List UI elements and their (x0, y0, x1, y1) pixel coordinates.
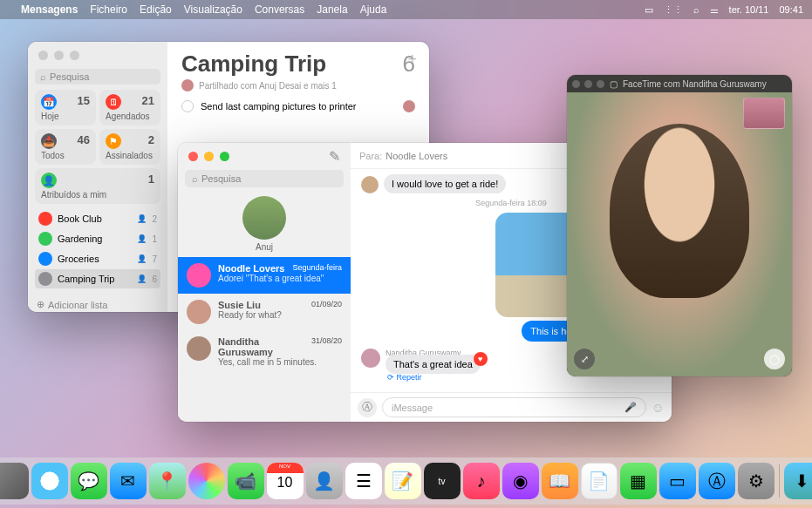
smartlist-flagged[interactable]: ⚑2Assinalados (99, 129, 160, 165)
messages-sidebar: ✎ ⌕Pesquisa Anuj Noodle LoversSegunda-fe… (178, 143, 351, 422)
dock-pages[interactable]: 📄 (581, 463, 618, 499)
list-camping-trip[interactable]: Camping Trip👤6 (35, 269, 160, 288)
conversation-nanditha[interactable]: Nanditha Guruswamy31/08/20Yes, call me i… (178, 330, 351, 373)
dock: 💬 ✉ 📍 📹 NOV10 👤 ☰ 📝 tv ♪ ◉ 📖 📄 ▦ ▭ Ⓐ ⚙ ⬇… (0, 457, 812, 505)
dock-tv[interactable]: tv (424, 463, 461, 499)
shared-icon: 👤 (137, 254, 147, 263)
dock-photos[interactable] (188, 463, 225, 499)
shared-icon: 👤 (137, 234, 147, 243)
facetime-title: FaceTime com Nanditha Guruswamy (623, 79, 767, 89)
avatar (361, 349, 380, 368)
dock-launchpad[interactable] (0, 463, 29, 499)
dock-downloads[interactable]: ⬇ (784, 463, 813, 499)
search-icon[interactable]: ⌕ (693, 4, 699, 15)
dock-music[interactable]: ♪ (463, 463, 500, 499)
reminders-traffic-lights[interactable] (28, 42, 167, 69)
dock-keynote[interactable]: ▭ (659, 463, 696, 499)
add-reminder-button[interactable]: + (407, 51, 417, 69)
to-value: Noodle Lovers (386, 151, 447, 161)
video-icon: ▢ (610, 79, 618, 89)
dock-books[interactable]: 📖 (542, 463, 578, 499)
fullscreen-icon[interactable]: ⤢ (574, 349, 595, 369)
pinned-name: Anuj (256, 242, 273, 252)
avatar (187, 336, 211, 361)
list-title: Camping Trip (181, 51, 326, 78)
menu-edit[interactable]: Edição (140, 3, 172, 16)
avatar (187, 263, 211, 288)
shared-icon: 👤 (137, 274, 147, 283)
reminder-item[interactable]: Send last camping pictures to printer (181, 100, 415, 112)
reply-message[interactable]: That's a great idea (386, 355, 481, 374)
shared-icon: 👤 (137, 214, 147, 223)
dock-podcasts[interactable]: ◉ (502, 463, 539, 499)
list-gardening[interactable]: Gardening👤1 (35, 229, 160, 248)
menubar-app-name[interactable]: Mensagens (21, 3, 78, 16)
shared-with[interactable]: Partilhado com Anuj Desai e mais 1 (181, 79, 415, 91)
facetime-window: ▢ FaceTime com Nanditha Guruswamy ⤢ ◯ (567, 75, 792, 376)
search-icon: ⌕ (192, 173, 198, 184)
menu-window[interactable]: Janela (317, 3, 347, 16)
apps-icon[interactable]: Ⓐ (358, 398, 377, 417)
facetime-traffic-lights[interactable] (572, 80, 604, 88)
menu-view[interactable]: Visualização (184, 3, 242, 16)
reminders-search[interactable]: ⌕Pesquisa (35, 69, 160, 85)
add-list-button[interactable]: ⊕Adicionar lista (28, 294, 167, 312)
dock-safari[interactable] (31, 463, 68, 499)
menubar: Mensagens Ficheiro Edição Visualização C… (0, 0, 812, 19)
assignee-avatar (403, 100, 415, 112)
shutter-icon[interactable]: ◯ (764, 349, 785, 369)
dock-separator (779, 464, 780, 498)
messages-search[interactable]: ⌕Pesquisa (185, 170, 344, 187)
control-center-icon[interactable]: ⚌ (710, 4, 719, 16)
dock-calendar[interactable]: NOV10 (267, 463, 304, 499)
dock-contacts[interactable]: 👤 (306, 463, 343, 499)
messages-traffic-lights[interactable] (178, 143, 240, 170)
incoming-message[interactable]: I would love to get a ride! (384, 174, 506, 193)
dock-mail[interactable]: ✉ (110, 463, 147, 499)
facetime-titlebar[interactable]: ▢ FaceTime com Nanditha Guruswamy (567, 75, 792, 92)
search-icon: ⌕ (40, 71, 46, 82)
smartlist-all[interactable]: 📥46Todos (35, 129, 96, 165)
dock-maps[interactable]: 📍 (149, 463, 186, 499)
avatar (181, 79, 194, 91)
conversation-susie-liu[interactable]: Susie Liu01/09/20Ready for what? (178, 294, 351, 330)
message-input-bar: Ⓐ iMessage🎤 ☺ (351, 392, 672, 422)
dock-notes[interactable]: 📝 (385, 463, 421, 499)
menu-file[interactable]: Ficheiro (90, 3, 127, 16)
dock-appstore[interactable]: Ⓐ (699, 463, 735, 499)
avatar (242, 196, 286, 240)
dock-numbers[interactable]: ▦ (620, 463, 657, 499)
compose-icon[interactable]: ✎ (329, 148, 340, 165)
smartlist-assigned[interactable]: 👤1Atribuídos a mim (35, 168, 160, 204)
dock-reminders[interactable]: ☰ (345, 463, 382, 499)
dock-messages[interactable]: 💬 (71, 463, 107, 499)
pinned-conversation[interactable]: Anuj (178, 196, 351, 252)
avatar (187, 300, 211, 324)
message-input[interactable]: iMessage🎤 (382, 397, 646, 417)
battery-icon[interactable]: ▭ (645, 4, 653, 16)
emoji-icon[interactable]: ☺ (652, 400, 665, 415)
conversation-noodle-lovers[interactable]: Noodle LoversSegunda-feiraAdorei "That's… (178, 257, 351, 294)
checkbox[interactable] (181, 100, 194, 112)
to-label: Para: (359, 151, 382, 161)
list-groceries[interactable]: Groceries👤7 (35, 249, 160, 268)
dock-facetime[interactable]: 📹 (228, 463, 264, 499)
reminders-sidebar: ⌕Pesquisa 📅15Hoje 🗓21Agendados 📥46Todos … (28, 42, 167, 312)
menubar-date[interactable]: ter. 10/11 (729, 4, 769, 15)
smartlist-scheduled[interactable]: 🗓21Agendados (99, 90, 160, 125)
facetime-pip[interactable] (743, 98, 785, 129)
list-book-club[interactable]: Book Club👤2 (35, 209, 160, 228)
menu-conversations[interactable]: Conversas (255, 3, 304, 16)
menu-help[interactable]: Ajuda (360, 3, 387, 16)
smartlist-today[interactable]: 📅15Hoje (35, 90, 96, 125)
dock-preferences[interactable]: ⚙ (738, 463, 774, 499)
avatar (361, 176, 379, 193)
plus-icon: ⊕ (37, 299, 44, 310)
menubar-time[interactable]: 09:41 (779, 4, 803, 15)
mic-icon[interactable]: 🎤 (624, 402, 637, 413)
wifi-icon[interactable]: ⋮⋮ (664, 4, 683, 16)
